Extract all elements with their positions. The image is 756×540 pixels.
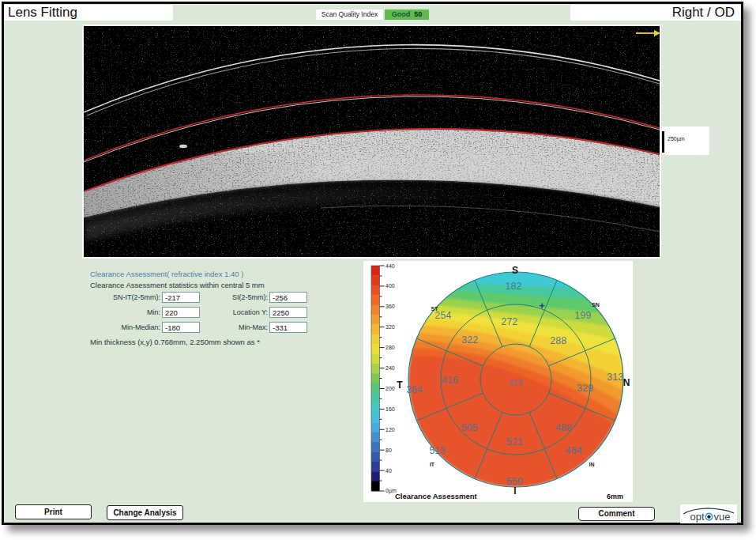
svg-text:SN: SN: [592, 302, 600, 308]
svg-text:288: 288: [551, 335, 567, 346]
svg-text:488: 488: [556, 422, 573, 433]
svg-text:272: 272: [502, 316, 518, 327]
svg-text:400: 400: [386, 283, 395, 289]
svg-text:I: I: [513, 485, 516, 497]
svg-text:513: 513: [430, 445, 446, 456]
svg-text:254: 254: [435, 310, 452, 321]
svg-text:vue: vue: [714, 511, 731, 523]
svg-text:80: 80: [386, 447, 392, 453]
svg-text:T: T: [397, 380, 403, 391]
svg-text:+: +: [539, 300, 545, 312]
svg-text:464: 464: [566, 445, 583, 456]
svg-text:424: 424: [509, 378, 523, 387]
svg-text:313: 313: [607, 372, 624, 383]
svg-text:120: 120: [386, 427, 395, 432]
svg-text:521: 521: [507, 436, 524, 447]
svg-text:160: 160: [386, 406, 395, 412]
svg-text:182: 182: [506, 281, 522, 292]
svg-text:440: 440: [386, 263, 395, 269]
svg-text:IN: IN: [589, 462, 595, 467]
svg-text:329: 329: [577, 383, 594, 394]
svg-text:200: 200: [386, 386, 395, 391]
svg-text:320: 320: [386, 324, 395, 330]
svg-text:6mm: 6mm: [607, 493, 623, 500]
svg-text:opt: opt: [690, 511, 704, 523]
svg-text:364: 364: [407, 384, 423, 395]
svg-text:IT: IT: [430, 462, 435, 467]
svg-text:416: 416: [442, 375, 459, 386]
svg-text:360: 360: [386, 304, 395, 309]
svg-text:40: 40: [386, 468, 392, 474]
svg-text:S: S: [512, 265, 518, 276]
svg-text:ST: ST: [431, 306, 439, 312]
svg-text:505: 505: [462, 422, 479, 433]
svg-text:322: 322: [462, 334, 479, 346]
svg-text:N: N: [623, 377, 630, 388]
svg-text:Clearance Assessment: Clearance Assessment: [395, 492, 478, 500]
svg-text:199: 199: [575, 310, 592, 321]
svg-text:240: 240: [386, 365, 395, 371]
svg-text:280: 280: [386, 345, 395, 350]
